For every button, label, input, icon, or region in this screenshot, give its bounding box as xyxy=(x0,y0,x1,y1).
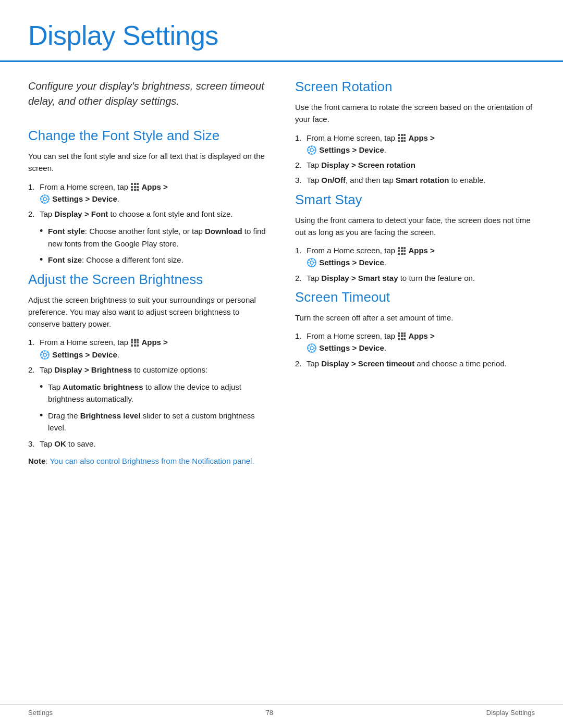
brightness-step-2: 2. Tap Display > Brightness to customize… xyxy=(28,364,270,376)
smart-stay-section-body: Using the front camera to detect your fa… xyxy=(295,214,535,239)
apps-icon-3 xyxy=(398,134,406,142)
brightness-step-3: 3. Tap OK to save. xyxy=(28,438,270,450)
svg-line-8 xyxy=(47,196,48,197)
svg-line-38 xyxy=(314,260,315,261)
right-column: Screen Rotation Use the front camera to … xyxy=(295,79,535,467)
font-bullet-style: • Font style: Choose another font style,… xyxy=(40,225,270,250)
smart-stay-step-1: 1. From a Home screen, tap Apps > xyxy=(295,244,535,269)
brightness-steps: 1. From a Home screen, tap Apps > xyxy=(28,336,270,376)
font-bullets: • Font style: Choose another font style,… xyxy=(40,225,270,267)
settings-icon-2 xyxy=(40,350,50,360)
apps-icon-5 xyxy=(398,332,406,340)
svg-line-18 xyxy=(47,351,48,352)
screen-timeout-section-body: Turn the screen off after a set amount o… xyxy=(295,312,535,324)
rotation-step-1: 1. From a Home screen, tap Apps > xyxy=(295,132,535,156)
svg-line-47 xyxy=(314,350,315,351)
svg-line-46 xyxy=(309,345,310,346)
font-section-title: Change the Font Style and Size xyxy=(28,128,270,144)
svg-line-16 xyxy=(42,351,43,352)
settings-icon-4 xyxy=(307,258,316,267)
rotation-section-body: Use the front camera to rotate the scree… xyxy=(295,101,535,126)
section-screen-timeout: Screen Timeout Turn the screen off after… xyxy=(295,289,535,369)
page-header: Display Settings xyxy=(0,0,563,62)
footer-left: Settings xyxy=(28,709,53,717)
brightness-note: Note: You can also control Brightness fr… xyxy=(28,455,270,467)
screen-timeout-step-1: 1. From a Home screen, tap Apps > xyxy=(295,330,535,354)
section-rotation: Screen Rotation Use the front camera to … xyxy=(295,79,535,187)
svg-point-1 xyxy=(43,198,46,201)
svg-line-26 xyxy=(309,147,310,148)
brightness-section-title: Adjust the Screen Brightness xyxy=(28,272,270,288)
svg-line-19 xyxy=(42,357,43,358)
page-footer: Settings 78 Display Settings xyxy=(0,704,563,717)
svg-line-9 xyxy=(42,201,43,202)
rotation-section-title: Screen Rotation xyxy=(295,79,535,95)
smart-stay-section-title: Smart Stay xyxy=(295,192,535,208)
left-column: Configure your display's brightness, scr… xyxy=(28,79,270,467)
svg-line-36 xyxy=(309,260,310,261)
footer-right: Display Settings xyxy=(486,709,535,717)
intro-text: Configure your display's brightness, scr… xyxy=(28,79,270,109)
content-area: Configure your display's brightness, scr… xyxy=(0,79,563,467)
svg-line-6 xyxy=(42,196,43,197)
footer-center: 78 xyxy=(266,709,273,717)
apps-icon xyxy=(131,183,139,191)
svg-line-29 xyxy=(309,152,310,153)
section-font: Change the Font Style and Size You can s… xyxy=(28,128,270,267)
brightness-bullet-drag: • Drag the Brightness level slider to se… xyxy=(40,410,270,434)
font-steps: 1. From a Home screen, tap Apps > xyxy=(28,181,270,220)
section-smart-stay: Smart Stay Using the front camera to det… xyxy=(295,192,535,284)
brightness-section-body: Adjust the screen brightness to suit you… xyxy=(28,294,270,330)
screen-timeout-step-2: 2. Tap Display > Screen timeout and choo… xyxy=(295,357,535,369)
page-title: Display Settings xyxy=(28,20,535,51)
apps-icon-2 xyxy=(131,339,139,347)
svg-point-41 xyxy=(310,347,313,350)
brightness-step3-list: 3. Tap OK to save. xyxy=(28,438,270,450)
svg-line-7 xyxy=(47,201,48,202)
brightness-step-1: 1. From a Home screen, tap Apps > xyxy=(28,336,270,361)
font-step-1: 1. From a Home screen, tap Apps > xyxy=(28,181,270,205)
svg-line-37 xyxy=(314,265,315,266)
settings-icon xyxy=(40,194,50,204)
smart-stay-steps: 1. From a Home screen, tap Apps > xyxy=(295,244,535,284)
settings-icon-5 xyxy=(307,343,316,353)
svg-line-39 xyxy=(309,265,310,266)
rotation-step-3: 3. Tap On/Off, and then tap Smart rotati… xyxy=(295,174,535,186)
svg-line-27 xyxy=(314,152,315,153)
smart-stay-step-2: 2. Tap Display > Smart stay to turn the … xyxy=(295,272,535,284)
apps-icon-4 xyxy=(398,247,406,255)
brightness-bullets: • Tap Automatic brightness to allow the … xyxy=(40,381,270,434)
svg-line-17 xyxy=(47,357,48,358)
font-bullet-size: • Font size: Choose a different font siz… xyxy=(40,254,270,267)
screen-timeout-section-title: Screen Timeout xyxy=(295,289,535,305)
brightness-bullet-auto: • Tap Automatic brightness to allow the … xyxy=(40,381,270,405)
font-section-body: You can set the font style and size for … xyxy=(28,150,270,175)
svg-line-48 xyxy=(314,345,315,346)
screen-timeout-steps: 1. From a Home screen, tap Apps > xyxy=(295,330,535,369)
section-brightness: Adjust the Screen Brightness Adjust the … xyxy=(28,272,270,467)
font-step-2: 2. Tap Display > Font to choose a font s… xyxy=(28,208,270,220)
svg-point-11 xyxy=(43,353,46,356)
svg-line-49 xyxy=(309,350,310,351)
rotation-steps: 1. From a Home screen, tap Apps > xyxy=(295,132,535,187)
svg-point-21 xyxy=(310,149,313,152)
svg-point-31 xyxy=(310,261,313,264)
settings-icon-3 xyxy=(307,145,316,155)
rotation-step-2: 2. Tap Display > Screen rotation xyxy=(295,159,535,171)
svg-line-28 xyxy=(314,147,315,148)
